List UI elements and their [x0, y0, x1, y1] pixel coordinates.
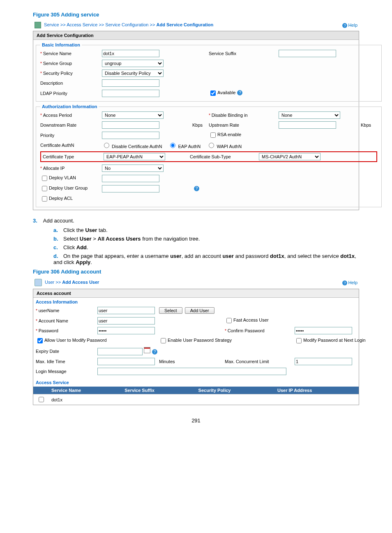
auth-info-fieldset: Authorization Information Access Period … — [36, 104, 382, 207]
password-label: Password — [39, 328, 58, 333]
expiry-date-input[interactable] — [97, 348, 143, 355]
figure-305-title: Figure 305 Adding service — [33, 12, 359, 18]
help-link-2[interactable]: ?Help — [342, 280, 357, 285]
service-name-input[interactable] — [102, 50, 159, 57]
service-icon — [35, 22, 41, 28]
disable-binding-label: Disable Binding in — [212, 113, 248, 118]
confirm-password-label: Confirm Password — [228, 328, 265, 333]
help-icon: ? — [342, 23, 347, 28]
kbps-unit-2: Kbps — [361, 123, 377, 127]
help-icon: ? — [342, 280, 347, 285]
table-row: dot1x — [33, 394, 359, 405]
upstream-label: Upstream Rate — [209, 123, 279, 127]
expiry-date-label: Expiry Date — [36, 349, 97, 354]
bc-access-service[interactable]: Access Service — [67, 22, 97, 27]
description-input[interactable] — [102, 79, 159, 87]
cert-type-highlight: Certificate Type EAP-PEAP AuthN Certific… — [40, 151, 377, 162]
modify-next-checkbox[interactable] — [296, 338, 302, 343]
downstream-input[interactable] — [102, 121, 159, 129]
add-service-panel: Add Service Configuration Basic Informat… — [33, 31, 359, 210]
col-service-suffix: Service Suffix — [122, 387, 196, 394]
fast-access-checkbox[interactable] — [226, 318, 232, 323]
login-message-label: Login Message — [36, 369, 97, 374]
bc-add-access-user: Add Access User — [62, 280, 99, 285]
deploy-usergroup-checkbox[interactable] — [42, 186, 47, 191]
deploy-vlan-checkbox[interactable] — [42, 176, 47, 181]
max-concurrent-label: Max. Concurrent Limit — [225, 359, 295, 364]
deploy-usergroup-input[interactable] — [102, 185, 159, 192]
deploy-vlan-input[interactable] — [102, 175, 159, 182]
step-3-substeps: a.Click the User tab. b.Select User > Al… — [33, 227, 359, 265]
max-concurrent-input[interactable] — [295, 358, 352, 365]
allow-modify-checkbox[interactable] — [37, 338, 43, 343]
allocate-ip-label: Allocate IP — [40, 166, 102, 171]
select-button[interactable]: Select — [159, 307, 182, 314]
row-checkbox[interactable] — [39, 397, 44, 402]
bc-user[interactable]: User — [45, 280, 54, 285]
deploy-acl-checkbox[interactable] — [42, 196, 47, 202]
disable-binding-select[interactable]: None — [279, 111, 340, 119]
service-suffix-input[interactable] — [279, 50, 336, 57]
allocate-ip-select[interactable]: No — [102, 165, 164, 172]
allow-modify-label: Allow User to Modify Password — [44, 338, 107, 343]
cert-subtype-select[interactable]: MS-CHAPV2 AuthN — [259, 153, 321, 160]
access-period-select[interactable]: None — [102, 111, 164, 119]
step-3: 3.Add account. — [33, 218, 359, 224]
user-icon — [35, 279, 42, 286]
priority-input[interactable] — [102, 132, 159, 139]
available-help-icon[interactable]: ? — [237, 90, 242, 95]
access-info-section: Access Information — [33, 298, 359, 306]
add-user-button[interactable]: Add User — [185, 307, 214, 314]
expiry-help-icon[interactable]: ? — [152, 349, 157, 355]
confirm-password-input[interactable] — [295, 327, 352, 334]
fast-access-label: Fast Access User — [233, 317, 269, 322]
max-idle-input[interactable] — [97, 358, 155, 365]
deploy-usergroup-label: Deploy User Group — [49, 185, 88, 190]
access-period-label: Access Period — [40, 113, 102, 118]
enable-strategy-label: Enable User Password Strategy — [168, 338, 232, 343]
account-name-input[interactable] — [97, 317, 155, 324]
access-service-section: Access Service — [33, 378, 359, 387]
basic-info-legend: Basic Information — [40, 42, 82, 47]
help-link[interactable]: ?Help — [342, 23, 357, 28]
service-name-label: Service Name — [40, 51, 102, 56]
rsa-label: RSA enable — [217, 132, 241, 137]
basic-info-fieldset: Basic Information Service Name Service S… — [36, 42, 382, 102]
username-input[interactable] — [97, 307, 155, 314]
bc-service-config[interactable]: Service Configuration — [105, 22, 148, 27]
deploy-acl-label: Deploy ACL — [49, 196, 73, 201]
upstream-input[interactable] — [279, 121, 336, 129]
breadcrumb-row-service: Service >> Access Service >> Service Con… — [33, 21, 359, 29]
bc-service[interactable]: Service — [44, 22, 59, 27]
login-message-input[interactable] — [97, 368, 286, 375]
service-group-select[interactable]: ungroup — [102, 60, 164, 67]
access-account-panel: Access account Access Information * user… — [33, 289, 359, 405]
deploy-vlan-label: Deploy VLAN — [49, 175, 76, 180]
col-user-ip: User IP Address — [275, 387, 359, 394]
cert-subtype-label: Certificate Sub-Type — [190, 154, 256, 159]
service-suffix-label: Service Suffix — [209, 51, 279, 56]
rsa-checkbox[interactable] — [210, 132, 216, 138]
ldap-priority-input[interactable] — [102, 90, 159, 97]
modify-next-label: Modify Password at Next Login — [303, 338, 366, 343]
radio-eap[interactable] — [170, 143, 175, 148]
security-policy-select[interactable]: Disable Security Policy — [102, 70, 164, 77]
page-number: 291 — [33, 417, 359, 424]
service-table: Service Name Service Suffix Security Pol… — [33, 387, 359, 405]
minutes-unit: Minutes — [159, 359, 225, 364]
downstream-label: Downstream Rate — [40, 123, 102, 127]
enable-strategy-checkbox[interactable] — [161, 338, 166, 343]
col-security-policy: Security Policy — [196, 387, 275, 394]
deploy-usergroup-help-icon[interactable]: ? — [194, 186, 199, 191]
calendar-icon[interactable] — [144, 347, 150, 353]
radio-wapi[interactable] — [209, 143, 214, 148]
username-label: userName — [39, 308, 60, 313]
row-service-name: dot1x — [49, 394, 122, 405]
security-policy-label: Security Policy — [40, 71, 102, 76]
available-checkbox[interactable] — [210, 90, 216, 96]
panel-header: Add Service Configuration — [33, 31, 359, 40]
password-input[interactable] — [97, 327, 155, 334]
auth-info-legend: Authorization Information — [40, 104, 99, 109]
cert-type-select[interactable]: EAP-PEAP AuthN — [104, 153, 165, 160]
radio-disable-cert[interactable] — [104, 143, 109, 148]
